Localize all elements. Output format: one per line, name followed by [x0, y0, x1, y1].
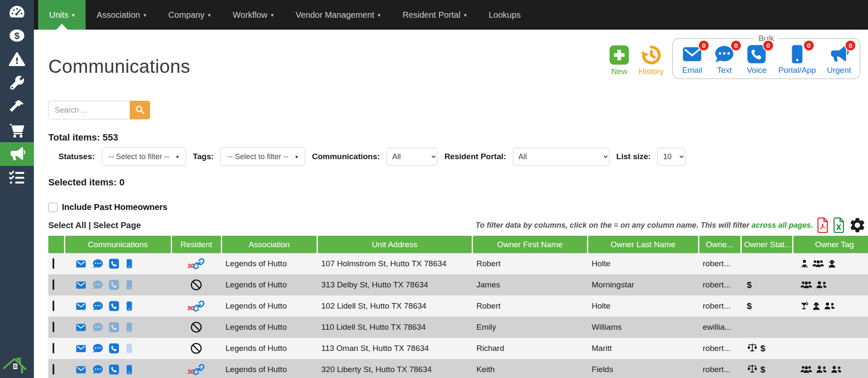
column-header-communications[interactable]: Communications: [64, 236, 171, 253]
email-envelope-icon[interactable]: [75, 280, 87, 290]
total-items-value: 553: [103, 132, 118, 143]
voice-square-phone-icon[interactable]: [108, 258, 120, 269]
filter-select-list-size[interactable]: 10: [657, 148, 685, 166]
search-input[interactable]: [48, 101, 130, 119]
badge-count: 0: [762, 40, 774, 51]
filter-select-tags[interactable]: -- Select to filter --▾: [220, 147, 305, 166]
owner-first-name-cell: Robert: [472, 295, 587, 317]
sidebar-item-bullhorn[interactable]: [0, 142, 34, 166]
voice-square-phone-icon[interactable]: [108, 301, 120, 312]
unit-address-cell: 107 Holmstrom St, Hutto TX 78634: [317, 253, 472, 274]
bulk-portal-app-button[interactable]: 0Portal/App: [778, 44, 816, 75]
badge-count: 0: [698, 40, 709, 51]
row-checkbox[interactable]: [53, 258, 54, 269]
bulk-email-button[interactable]: 0Email: [682, 44, 703, 75]
include-past-homeowners-row: Include Past Homeowners: [48, 202, 868, 212]
column-header-unit-address[interactable]: Unit Address: [317, 236, 472, 253]
voice-square-phone-icon[interactable]: [108, 343, 120, 354]
email-envelope-icon[interactable]: [75, 322, 87, 333]
column-header-checkbox[interactable]: [48, 236, 64, 253]
row-checkbox[interactable]: [53, 301, 54, 311]
portal-mobile-icon[interactable]: [124, 279, 134, 291]
column-header-owner-stat[interactable]: Owner Stat...: [741, 236, 793, 253]
text-comment-dots-icon[interactable]: [92, 322, 104, 333]
email-envelope-icon[interactable]: [75, 259, 87, 269]
bulk-voice-button[interactable]: 0Voice: [746, 44, 767, 75]
new-button[interactable]: New: [608, 44, 630, 76]
column-header-owner-last-name[interactable]: Owner Last Name: [587, 236, 698, 253]
email-envelope-icon[interactable]: [75, 301, 87, 312]
nav-item-label: Vendor Management: [295, 10, 374, 20]
portal-mobile-icon[interactable]: [124, 258, 134, 270]
bulk-text-button[interactable]: 0Text: [714, 44, 735, 75]
filter-select-statuses[interactable]: -- Select to filter --▾: [102, 147, 186, 166]
column-header-owner-first-name[interactable]: Owner First Name: [472, 236, 587, 253]
sidebar-item-warning-triangle[interactable]: [0, 47, 34, 71]
nav-item-units[interactable]: Units▾: [38, 0, 86, 30]
email-envelope-icon[interactable]: [75, 343, 87, 354]
link-icon[interactable]: [192, 257, 205, 270]
owner-email-cell: robert...: [698, 274, 741, 295]
portal-mobile-icon[interactable]: [124, 321, 134, 333]
voice-square-phone-icon[interactable]: [108, 279, 120, 290]
column-header-association[interactable]: Association: [221, 236, 317, 253]
history-icon: [640, 44, 662, 66]
nav-item-association[interactable]: Association▾: [86, 0, 157, 30]
search-button[interactable]: [130, 101, 150, 119]
voice-square-phone-icon[interactable]: [108, 322, 120, 333]
portal-mobile-icon[interactable]: [124, 300, 134, 312]
table-row: 30Legends of Hutto107 Holmstrom St, Hutt…: [48, 253, 868, 274]
voice-square-phone-icon[interactable]: [108, 364, 120, 375]
sidebar-item-shopping-cart[interactable]: [0, 119, 34, 142]
select-page-link[interactable]: Select Page: [93, 221, 141, 230]
comment-dots-icon: 0: [714, 44, 735, 64]
bulk-urgent-button[interactable]: 0Urgent: [827, 44, 851, 75]
link-icon[interactable]: [192, 363, 205, 376]
row-checkbox[interactable]: [53, 343, 54, 353]
user-group-icon: [824, 301, 835, 311]
text-comment-dots-icon[interactable]: [92, 343, 104, 354]
row-checkbox[interactable]: [53, 279, 54, 290]
column-header-owne[interactable]: Owne...: [698, 236, 741, 253]
owner-last-name-cell: Holte: [587, 295, 698, 317]
sidebar-item-wrench[interactable]: [0, 71, 34, 95]
nav-item-workflow[interactable]: Workflow▾: [222, 0, 284, 30]
sidebar-item-checklist[interactable]: [0, 166, 34, 190]
nav-item-company[interactable]: Company▾: [157, 0, 222, 30]
association-cell: Legends of Hutto: [221, 274, 317, 295]
portal-mobile-icon[interactable]: [124, 364, 134, 375]
caret-down-icon: ▾: [208, 12, 211, 18]
bulk-button-label: Email: [682, 66, 702, 75]
nav-item-vendor-management[interactable]: Vendor Management▾: [284, 0, 391, 30]
gear-icon[interactable]: [849, 216, 866, 234]
link-icon[interactable]: [192, 300, 205, 312]
nav-item-lookups[interactable]: Lookups: [478, 0, 532, 30]
plus-square-icon: [608, 44, 630, 66]
include-past-homeowners-checkbox[interactable]: [48, 203, 58, 212]
ban-icon: [190, 279, 203, 291]
martini-glass-icon: [800, 301, 809, 311]
file-pdf-icon[interactable]: [816, 217, 829, 233]
sidebar-item-gauge[interactable]: [0, 0, 34, 24]
email-envelope-icon[interactable]: [75, 364, 87, 375]
filters-row: Statuses:-- Select to filter --▾Tags:-- …: [48, 147, 868, 166]
filter-select-resident-portal[interactable]: All: [513, 148, 609, 166]
row-checkbox[interactable]: [53, 364, 54, 375]
text-comment-dots-icon[interactable]: [92, 364, 104, 375]
text-comment-dots-icon[interactable]: [92, 258, 104, 269]
portal-mobile-icon[interactable]: [124, 342, 134, 354]
history-button[interactable]: History: [639, 44, 664, 76]
column-header-owner-tag[interactable]: Owner Tag: [793, 236, 868, 253]
filter-select-communications[interactable]: All: [387, 148, 437, 166]
select-all-link[interactable]: Select All: [48, 221, 86, 230]
text-comment-dots-icon[interactable]: [92, 279, 104, 290]
file-excel-icon[interactable]: [832, 217, 845, 233]
export-icons: [816, 216, 866, 234]
filter-label-list-size: List size:: [616, 152, 651, 161]
text-comment-dots-icon[interactable]: [92, 301, 104, 312]
sidebar-item-hammer[interactable]: [0, 95, 34, 119]
row-checkbox[interactable]: [53, 322, 54, 332]
column-header-resident[interactable]: Resident: [171, 236, 221, 253]
sidebar-item-dollar-coin[interactable]: $: [0, 24, 34, 47]
nav-item-resident-portal[interactable]: Resident Portal▾: [392, 0, 478, 30]
